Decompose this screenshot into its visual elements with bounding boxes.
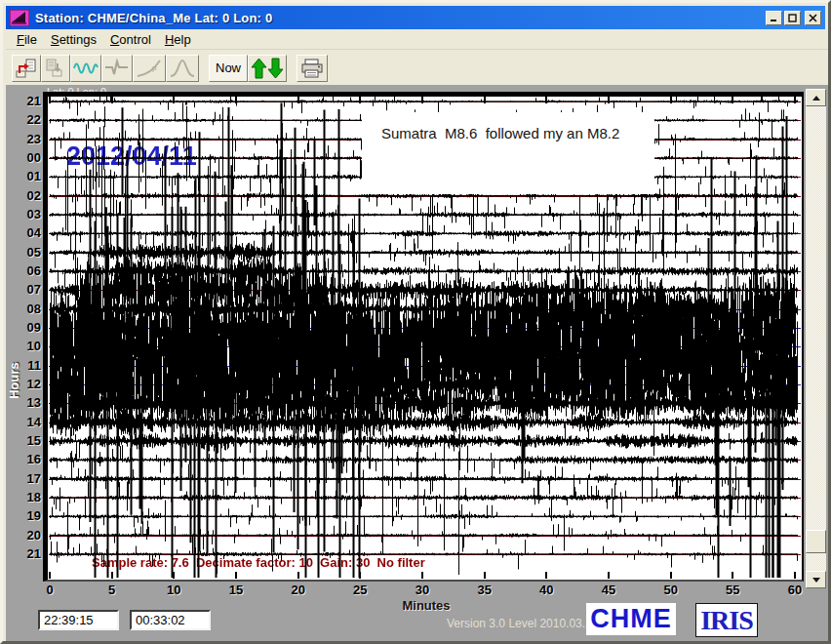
response-curve-icon: p <box>136 58 163 79</box>
hour-label: 19 <box>12 508 41 524</box>
minute-label: 5 <box>96 583 129 597</box>
green-up-arrow-icon <box>251 58 267 79</box>
scroll-hours-button[interactable] <box>248 55 287 82</box>
hour-label: 04 <box>12 225 41 241</box>
hour-label: 10 <box>12 339 41 354</box>
cursor-time-field[interactable] <box>130 610 211 630</box>
hour-label: 02 <box>12 188 41 204</box>
printer-icon <box>299 58 325 79</box>
waveform-button[interactable] <box>70 55 101 82</box>
chevron-up-icon <box>812 96 820 101</box>
minute-label: 25 <box>343 583 376 597</box>
copy-file-icon <box>44 58 67 79</box>
now-button[interactable]: Now <box>209 55 248 82</box>
svg-text:p: p <box>152 63 157 72</box>
open-file-icon <box>15 58 38 79</box>
station-logo: CHME <box>586 603 676 635</box>
open-button[interactable] <box>12 55 41 82</box>
maximize-button[interactable] <box>784 11 801 25</box>
hour-label: 03 <box>12 207 41 222</box>
pick-button[interactable] <box>101 55 133 82</box>
hour-label: 13 <box>12 395 41 411</box>
menu-item-settings[interactable]: Settings <box>44 30 103 49</box>
start-time-field[interactable] <box>38 610 119 630</box>
menu-item-file[interactable]: File <box>10 30 44 49</box>
hour-label: 06 <box>12 263 41 279</box>
hour-label: 21 <box>12 94 41 109</box>
hour-label: 09 <box>12 320 41 336</box>
minute-label: 30 <box>406 583 439 597</box>
vertical-scrollbar[interactable] <box>806 89 826 588</box>
copy-button[interactable] <box>41 55 70 82</box>
scrollbar-up-button[interactable] <box>806 89 826 106</box>
window-title: Station: CHME/China_Me Lat: 0 Lon: 0 <box>35 11 764 25</box>
hour-label: 15 <box>12 433 41 449</box>
hour-label: 20 <box>12 528 41 543</box>
version-label: Version 3.0 Level 2010.03.16 <box>447 617 598 630</box>
toolbar: p Now <box>6 50 831 86</box>
annotation-text: Sumatra M8.6 followed my an M8.2 <box>362 112 654 141</box>
hour-label: 05 <box>12 245 41 261</box>
menu-item-help[interactable]: Help <box>158 30 198 49</box>
titlebar: Station: CHME/China_Me Lat: 0 Lon: 0 <box>6 6 825 29</box>
response-button[interactable]: p <box>133 55 166 82</box>
minute-label: 15 <box>219 583 253 597</box>
plot-region: Lat: 0 Lon: 0 Hours Sumatra M8.6 followe… <box>6 85 831 644</box>
minute-label: 45 <box>592 583 625 597</box>
menubar: FileSettingsControlHelp <box>6 29 831 50</box>
hour-label: 01 <box>12 169 41 184</box>
hour-label: 18 <box>12 490 41 505</box>
minute-label: 10 <box>157 583 190 597</box>
annotation-box: Sumatra M8.6 followed my an M8.2 <box>362 112 654 194</box>
hour-label: 21 <box>12 546 41 562</box>
minute-label: 20 <box>282 583 315 597</box>
filter-button[interactable] <box>166 55 199 82</box>
menu-item-control[interactable]: Control <box>103 30 158 49</box>
chevron-down-icon <box>812 578 820 583</box>
hour-label: 12 <box>12 377 41 392</box>
hour-label: 08 <box>12 302 41 317</box>
minute-label: 0 <box>33 583 66 597</box>
hour-label: 16 <box>12 452 41 467</box>
minute-label: 50 <box>654 583 688 597</box>
green-down-arrow-icon <box>267 58 284 79</box>
hour-label: 17 <box>12 471 41 487</box>
hour-label: 07 <box>12 282 41 298</box>
bell-curve-icon <box>169 58 196 79</box>
minute-label: 35 <box>468 583 501 597</box>
hour-label: 23 <box>12 132 41 147</box>
hour-label: 11 <box>12 358 41 374</box>
hour-label: 00 <box>12 150 41 166</box>
pick-phase-icon <box>104 58 130 79</box>
minute-label: 40 <box>530 583 563 597</box>
minute-label: 55 <box>716 583 749 597</box>
minutes-axis-label: Minutes <box>392 598 460 613</box>
app-window: Station: CHME/China_Me Lat: 0 Lon: 0 Fil… <box>0 0 831 644</box>
print-button[interactable] <box>297 55 328 82</box>
app-icon[interactable] <box>10 10 29 26</box>
waveform-icon <box>73 58 99 79</box>
hour-label: 14 <box>12 415 41 430</box>
minimize-button[interactable] <box>766 11 782 25</box>
scrollbar-thumb[interactable] <box>806 530 826 553</box>
minute-label: 60 <box>778 583 811 597</box>
close-button[interactable] <box>805 11 821 25</box>
iris-logo: IRIS <box>695 603 758 637</box>
hour-label: 22 <box>12 112 41 128</box>
